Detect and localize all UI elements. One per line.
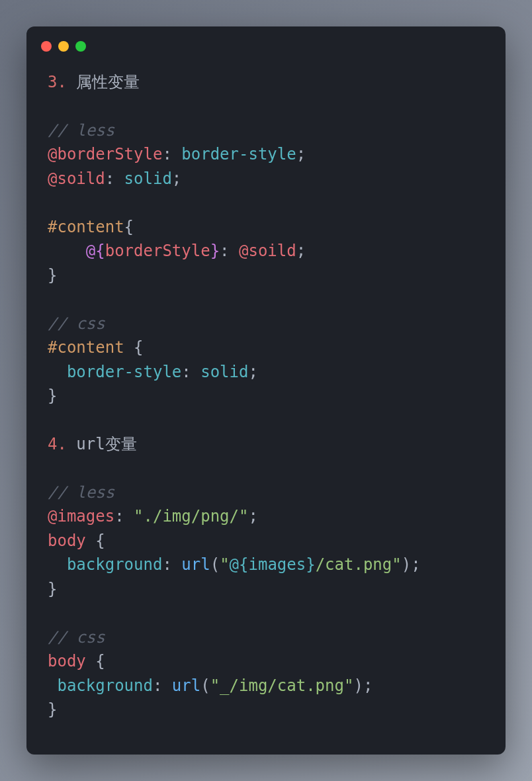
section-title: 属性变量: [67, 73, 140, 91]
code-punct: ;: [296, 242, 306, 260]
code-selector: body: [48, 531, 95, 550]
window-titlebar: [26, 26, 506, 52]
code-string: ": [220, 555, 229, 574]
code-punct: ): [402, 555, 411, 574]
code-indent: [48, 363, 67, 381]
code-indent: [48, 242, 86, 260]
code-indent: [48, 555, 67, 574]
code-punct: :: [162, 555, 181, 574]
code-selector: #content: [48, 218, 124, 236]
code-brace: }: [48, 387, 57, 405]
code-punct: ;: [248, 507, 257, 526]
code-interp-name: images: [248, 555, 306, 574]
code-string: /cat.png: [316, 555, 392, 574]
code-function: url: [181, 555, 210, 574]
code-string: "_/img/cat.png": [210, 676, 354, 695]
code-variable: @images: [48, 507, 114, 526]
code-content: 3. 属性变量 // less @borderStyle: border-sty…: [26, 52, 506, 741]
code-punct: (: [210, 555, 220, 574]
code-comment: // css: [48, 628, 105, 647]
code-variable: @borderStyle: [48, 145, 162, 163]
code-brace: }: [48, 266, 57, 285]
code-property: background: [57, 676, 153, 695]
code-indent: [48, 676, 57, 695]
code-punct: ;: [248, 363, 257, 381]
code-variable: @soild: [48, 169, 105, 188]
code-value: solid: [124, 169, 172, 188]
code-value: border-style: [181, 145, 296, 163]
code-punct: (: [200, 676, 210, 695]
code-punct: ): [353, 676, 363, 695]
code-selector: body: [48, 652, 95, 670]
code-selector: #content: [48, 338, 134, 357]
code-string: ": [392, 555, 401, 574]
code-variable: @soild: [239, 242, 296, 260]
minimize-icon[interactable]: [58, 41, 69, 52]
code-punct: :: [220, 242, 239, 260]
code-punct: ;: [172, 169, 181, 188]
maximize-icon[interactable]: [75, 41, 86, 52]
code-brace: }: [48, 580, 57, 598]
code-value: solid: [200, 363, 248, 381]
code-brace: }: [48, 700, 57, 719]
code-brace: {: [95, 531, 105, 550]
code-property: border-style: [67, 363, 181, 381]
code-string: "./img/png/": [134, 507, 248, 526]
code-interp: }: [210, 242, 220, 260]
code-brace: {: [124, 218, 134, 236]
code-brace: {: [95, 652, 105, 670]
code-property: background: [67, 555, 163, 574]
code-interp-name: borderStyle: [105, 242, 210, 260]
code-interp: }: [306, 555, 315, 574]
code-punct: ;: [296, 145, 306, 163]
code-punct: :: [114, 507, 134, 526]
code-brace: {: [134, 338, 143, 357]
close-icon[interactable]: [41, 41, 52, 52]
code-comment: // less: [48, 483, 114, 502]
section-number: 4.: [48, 435, 67, 453]
code-punct: :: [105, 169, 124, 188]
code-interp: @{: [230, 555, 249, 574]
code-punct: ;: [363, 676, 373, 695]
code-interp: @{: [86, 242, 105, 260]
code-function: url: [172, 676, 200, 695]
code-punct: ;: [411, 555, 420, 574]
code-comment: // less: [48, 121, 114, 140]
code-window: 3. 属性变量 // less @borderStyle: border-sty…: [26, 26, 506, 755]
code-comment: // css: [48, 314, 105, 333]
section-title: url变量: [67, 435, 137, 453]
code-punct: :: [153, 676, 172, 695]
code-punct: :: [181, 363, 200, 381]
section-number: 3.: [48, 73, 67, 91]
code-punct: :: [162, 145, 181, 163]
